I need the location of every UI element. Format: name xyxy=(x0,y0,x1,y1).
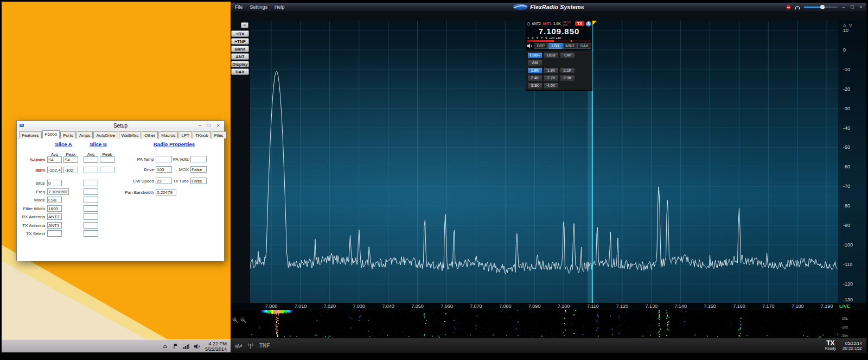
filter-button-1.6k[interactable]: 1.6K xyxy=(527,67,542,74)
slice-a-filter-width-input[interactable] xyxy=(47,205,62,212)
taskbar-clock[interactable]: 4:22 PM 5/22/2014 xyxy=(205,341,227,352)
scale-down-icon[interactable]: ▽ xyxy=(849,23,852,28)
filter-button-2.7k[interactable]: 2.7K xyxy=(544,75,559,81)
app-close-button[interactable]: × xyxy=(858,4,864,10)
slice-frequency[interactable]: 7.109.850 xyxy=(526,27,592,36)
setup-tab-autodrive[interactable]: AutoDrive xyxy=(93,131,118,138)
volume-slider[interactable] xyxy=(804,7,838,8)
filter-button-4.0k[interactable]: 4.0K xyxy=(544,83,559,89)
menu-settings[interactable]: Settings xyxy=(250,4,268,10)
slice-b-slice-input[interactable] xyxy=(84,180,98,186)
menu-help[interactable]: Help xyxy=(275,4,285,10)
slice-b-mode-input[interactable] xyxy=(84,197,98,203)
slice-b-s-units-avg-input[interactable] xyxy=(84,156,98,163)
slice-flag[interactable]: ANT2 ANT1 1.6K NR NB ANF TX A 7.109.850 … xyxy=(526,21,592,50)
setup-titlebar[interactable]: Setup – □ × xyxy=(17,121,224,130)
audio-icon[interactable] xyxy=(527,43,533,48)
side-button-band[interactable]: Band xyxy=(231,46,249,52)
flag-tab-lsb[interactable]: LSB xyxy=(548,43,563,49)
slice-a-slice-input[interactable] xyxy=(47,180,62,186)
filter-button-3.3k[interactable]: 3.3K xyxy=(527,83,542,89)
filter-button-2.9k[interactable]: 2.9K xyxy=(560,75,575,81)
slice-a-tx-select-input[interactable] xyxy=(47,230,62,237)
app-maximize-button[interactable]: □ xyxy=(850,4,855,10)
setup-tab-macros[interactable]: Macros xyxy=(158,131,178,138)
slice-b-freq-input[interactable] xyxy=(84,188,98,195)
pa-temp-input[interactable] xyxy=(156,156,172,162)
slice-b-filter-width-input[interactable] xyxy=(84,205,98,212)
tx-tune-input[interactable] xyxy=(190,178,207,184)
flag-tab-dax[interactable]: DAX xyxy=(577,43,591,49)
flag-rx-antenna[interactable]: ANT2 xyxy=(532,22,541,26)
waterfall[interactable] xyxy=(250,310,866,338)
taskbar[interactable]: 4:22 PM 5/22/2014 xyxy=(2,339,231,352)
setup-tab-lpt[interactable]: LPT xyxy=(178,131,192,138)
slice-a-s-units-avg-input[interactable] xyxy=(47,156,62,163)
setup-tab-files[interactable]: Files xyxy=(212,131,226,138)
drive-input[interactable] xyxy=(156,166,172,173)
frequency-scale[interactable]: LIVE 7.0007.0107.0207.0307.0407.0507.060… xyxy=(231,303,866,310)
slice-letter-badge[interactable]: A xyxy=(586,21,591,27)
add-panadapter-icon[interactable] xyxy=(235,343,243,349)
flag-tx-button[interactable]: TX xyxy=(575,21,584,26)
slice-b-rx-antenna-input[interactable] xyxy=(84,213,98,220)
slice-a-s-units-peak-input[interactable] xyxy=(63,156,78,163)
menu-file[interactable]: File xyxy=(235,4,243,10)
slice-b-tx-antenna-input[interactable] xyxy=(84,222,98,229)
slice-b-tx-select-input[interactable] xyxy=(84,230,98,237)
action-center-icon[interactable] xyxy=(173,343,180,350)
cw-speed-input[interactable] xyxy=(156,178,172,184)
volume-icon[interactable] xyxy=(194,343,201,350)
slice-b-dbm-avg-input[interactable] xyxy=(84,167,98,173)
show-hidden-icons-icon[interactable] xyxy=(162,343,169,350)
mode-button-lsb[interactable]: LSB xyxy=(527,52,542,59)
volume-slider-knob[interactable] xyxy=(820,5,825,9)
flag-tx-antenna[interactable]: ANT1 xyxy=(542,22,552,26)
collapse-panel-button[interactable]: « xyxy=(241,22,248,28)
flag-tab-xrit[interactable]: X/RIT xyxy=(563,43,577,49)
setup-tab-tknob[interactable]: TKnob xyxy=(193,131,211,138)
setup-tab-ports[interactable]: Ports xyxy=(60,131,76,138)
flag-filter-width[interactable]: 1.6K xyxy=(553,22,561,26)
slice-b-dbm-peak-input[interactable] xyxy=(100,167,114,173)
slice-a-rx-antenna-input[interactable] xyxy=(47,213,62,220)
zoom-out-icon[interactable] xyxy=(240,315,246,325)
network-icon[interactable] xyxy=(183,343,190,350)
filter-button-1.8k[interactable]: 1.8K xyxy=(544,67,559,74)
app-minimize-button[interactable]: – xyxy=(841,4,846,10)
setup-tab-amps[interactable]: Amps xyxy=(76,131,93,138)
slice-a-freq-input[interactable] xyxy=(47,188,69,195)
slice-a-dbm-peak-input[interactable] xyxy=(63,167,78,173)
setup-tab-wattmtrs[interactable]: WattMtrs xyxy=(119,131,142,138)
pa-volts-input[interactable] xyxy=(190,156,207,162)
slice-power-icon[interactable] xyxy=(527,22,530,26)
side-button-+tnf[interactable]: +TNF xyxy=(231,38,249,45)
filter-button-2.1k[interactable]: 2.1K xyxy=(560,67,575,74)
mode-button-usb[interactable]: USB xyxy=(544,52,559,59)
app-titlebar[interactable]: FileSettingsHelp FlexRadio Systems xyxy=(231,3,866,11)
setup-maximize-button[interactable]: □ xyxy=(205,122,214,129)
mox-input[interactable] xyxy=(190,166,207,173)
slice-b-s-units-peak-input[interactable] xyxy=(100,156,114,163)
tnf-button[interactable]: TNF xyxy=(259,343,270,349)
flag-tab-dsp[interactable]: DSP xyxy=(534,43,548,49)
side-button-display[interactable]: Display xyxy=(231,61,249,67)
scale-up-icon[interactable]: △ xyxy=(843,23,846,28)
side-button-+rx[interactable]: +RX xyxy=(231,30,249,37)
zoom-in-icon[interactable] xyxy=(232,315,238,325)
setup-tab-features[interactable]: Features xyxy=(19,131,42,138)
antenna-icon[interactable] xyxy=(247,343,254,349)
mute-icon[interactable] xyxy=(786,2,791,12)
slice-a-dbm-avg-input[interactable] xyxy=(47,167,62,173)
mode-button-am[interactable]: AM xyxy=(527,60,542,66)
setup-tab-f6000[interactable]: F6000 xyxy=(42,130,60,138)
side-button-dax[interactable]: DAX xyxy=(231,68,249,75)
mode-button-cw[interactable]: CW xyxy=(560,52,575,59)
side-button-ant[interactable]: ANT xyxy=(231,53,249,60)
slice-a-tx-antenna-input[interactable] xyxy=(47,222,62,229)
pan-bandwidth-input[interactable] xyxy=(156,189,176,195)
filter-button-2.4k[interactable]: 2.4K xyxy=(527,75,542,81)
setup-close-button[interactable]: × xyxy=(214,122,223,129)
setup-minimize-button[interactable]: – xyxy=(195,122,205,129)
setup-tab-other[interactable]: Other xyxy=(142,131,158,138)
